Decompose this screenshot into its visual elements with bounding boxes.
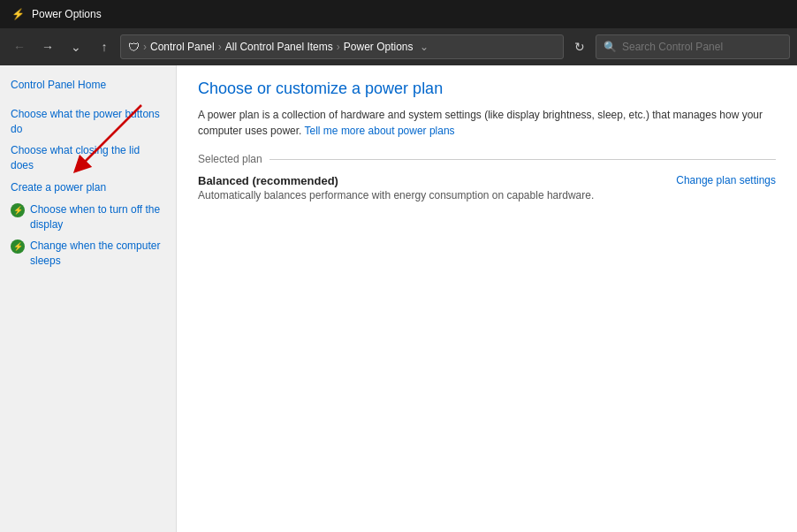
address-current: Power Options — [344, 41, 414, 53]
address-separator-3: › — [337, 41, 340, 53]
selected-plan-divider — [269, 159, 776, 160]
plan-description: Automatically balances performance with … — [198, 189, 658, 201]
selected-plan-label: Selected plan — [198, 153, 262, 165]
sidebar-item-power-buttons[interactable]: Choose what the power buttons do — [0, 103, 176, 141]
address-bar[interactable]: 🛡 › Control Panel › All Control Panel It… — [120, 34, 564, 59]
address-dropdown-button[interactable]: ⌄ — [416, 41, 432, 53]
search-icon: 🔍 — [603, 41, 617, 53]
address-separator-1: › — [143, 41, 147, 53]
content-description: A power plan is a collection of hardware… — [198, 107, 776, 139]
up-button[interactable]: ↑ — [92, 34, 117, 59]
search-input[interactable] — [622, 41, 782, 53]
main-area: Control Panel Home Choose what the power… — [0, 65, 797, 532]
dropdown-button[interactable]: ⌄ — [64, 34, 88, 59]
sidebar-item-computer-sleeps[interactable]: ⚡ Change when the computer sleeps — [0, 235, 176, 272]
selected-plan-section: Selected plan Balanced (recommended) Aut… — [198, 153, 776, 201]
window-title: Power Options — [32, 8, 102, 20]
plan-info: Balanced (recommended) Automatically bal… — [198, 174, 658, 201]
plan-row: Balanced (recommended) Automatically bal… — [198, 174, 776, 201]
page-title: Choose or customize a power plan — [198, 80, 776, 98]
selected-plan-header: Selected plan — [198, 153, 776, 165]
turn-off-display-icon: ⚡ — [11, 203, 25, 217]
address-all-items[interactable]: All Control Panel Items — [225, 41, 333, 53]
sidebar-item-create-plan[interactable]: Create a power plan — [0, 177, 176, 199]
plan-name: Balanced (recommended) — [198, 174, 658, 187]
sidebar-item-turn-off-display[interactable]: ⚡ Choose when to turn off the display — [0, 199, 176, 236]
sidebar-item-closing-lid[interactable]: Choose what closing the lid does — [0, 140, 176, 177]
address-icon: 🛡 — [128, 41, 140, 54]
toolbar: ← → ⌄ ↑ 🛡 › Control Panel › All Control … — [0, 28, 797, 65]
title-bar: ⚡ Power Options — [0, 0, 797, 28]
sidebar-item-home[interactable]: Control Panel Home — [0, 74, 176, 96]
change-plan-settings-link[interactable]: Change plan settings — [676, 174, 776, 186]
learn-more-link[interactable]: Tell me more about power plans — [305, 125, 455, 137]
search-box[interactable]: 🔍 — [596, 34, 790, 59]
forward-button[interactable]: → — [35, 34, 60, 59]
content-area: Choose or customize a power plan A power… — [177, 65, 797, 532]
address-control-panel[interactable]: Control Panel — [150, 41, 215, 53]
power-options-icon: ⚡ — [11, 7, 25, 21]
refresh-button[interactable]: ↻ — [567, 34, 592, 59]
sidebar: Control Panel Home Choose what the power… — [0, 65, 177, 532]
back-button[interactable]: ← — [7, 34, 32, 59]
address-separator-2: › — [218, 41, 222, 53]
computer-sleeps-icon: ⚡ — [11, 239, 25, 254]
